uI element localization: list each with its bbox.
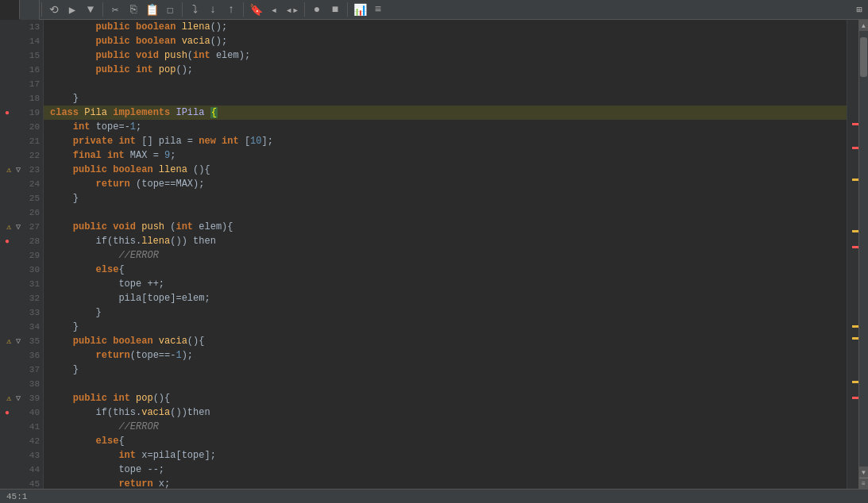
code-line: public boolean llena (){: [44, 163, 847, 177]
gutter-row: 18: [0, 91, 43, 106]
toolbar-btn-toggle[interactable]: ◂▸: [284, 1, 301, 18]
tab-source[interactable]: [0, 0, 20, 20]
toolbar-separator-1: [41, 2, 42, 17]
gutter-row: ●40: [0, 405, 43, 420]
code-line: return x;: [44, 477, 847, 489]
gutter-row: 24: [0, 177, 43, 191]
line-number: 36: [24, 351, 40, 360]
gutter-row: 29: [0, 248, 43, 263]
gutter-row: 38: [0, 377, 43, 391]
toolbar-btn-step-in[interactable]: ↓: [204, 1, 222, 18]
line-number: 40: [24, 408, 40, 417]
toolbar-btn-paste[interactable]: 📋: [143, 1, 160, 18]
warning-overview-marker: [852, 230, 858, 232]
warning-icon: ⚠: [3, 393, 14, 404]
warning-icon: ⚠: [3, 336, 14, 347]
warning-overview-marker: [852, 337, 858, 340]
toolbar-btn-dropdown[interactable]: ▼: [82, 1, 99, 18]
gutter-row: 17: [0, 77, 43, 91]
line-number: 14: [24, 36, 40, 46]
code-line: public void push(int elem);: [44, 48, 847, 63]
code-line: public boolean vacia(){: [44, 334, 847, 348]
toolbar-separator-6: [347, 2, 348, 17]
scroll-up-btn[interactable]: ▲: [859, 20, 868, 31]
code-lines: public boolean llena(); public boolean v…: [44, 20, 847, 489]
line-number-gutter: 131415161718●19202122⚠▽23242526⚠▽27●2829…: [0, 20, 44, 489]
toolbar: ⟲ ▶ ▼ ✂ ⎘ 📋 ☐ ⤵ ↓ ↑ 🔖 ◂ ◂▸ ● ■ 📊: [0, 0, 868, 20]
fold-indicator[interactable]: ▽: [16, 394, 21, 403]
fold-indicator[interactable]: ▽: [16, 222, 21, 232]
gutter-row: 37: [0, 363, 43, 377]
code-line: final int MAX = 9;: [44, 148, 847, 163]
line-number: 45: [24, 479, 40, 489]
toolbar-btn-record[interactable]: ●: [308, 1, 326, 18]
toolbar-group-view: 📊 ≡: [349, 1, 388, 18]
toolbar-btn-cut[interactable]: ✂: [106, 1, 124, 18]
toolbar-separator-4: [243, 2, 244, 17]
scrollbar-vertical[interactable]: ▲ ▼ ≡: [858, 20, 868, 489]
gutter-row: 41: [0, 420, 43, 434]
toolbar-btn-copy[interactable]: ⎘: [125, 1, 142, 18]
gutter-row: ⚠▽27: [0, 220, 43, 234]
code-editor[interactable]: public boolean llena(); public boolean v…: [44, 20, 847, 489]
scroll-bottom-extra[interactable]: ≡: [859, 478, 868, 489]
gutter-row: 34: [0, 320, 43, 334]
gutter-row: 21: [0, 134, 43, 148]
scroll-track[interactable]: [859, 31, 868, 467]
fold-indicator[interactable]: ▽: [16, 165, 21, 175]
gutter-row: 45: [0, 477, 43, 489]
gutter-row: 14: [0, 34, 43, 48]
code-line: [44, 205, 847, 220]
gutter-row: 16: [0, 63, 43, 77]
code-line: return(tope==-1);: [44, 348, 847, 363]
line-number: 37: [24, 365, 40, 374]
toolbar-btn-table[interactable]: ≡: [369, 1, 387, 18]
toolbar-btn-step-over[interactable]: ⤵: [186, 1, 203, 18]
scroll-thumb[interactable]: [860, 37, 867, 77]
line-number: 18: [24, 94, 40, 103]
code-line: public boolean vacia();: [44, 34, 847, 48]
line-number: 43: [24, 451, 40, 460]
code-line: public void push (int elem){: [44, 220, 847, 234]
warning-overview-marker: [852, 179, 858, 181]
fold-indicator[interactable]: ▽: [16, 336, 21, 346]
code-line: public boolean llena();: [44, 20, 847, 34]
line-number: 15: [24, 51, 40, 60]
line-number: 27: [24, 222, 40, 232]
app: ⟲ ▶ ▼ ✂ ⎘ 📋 ☐ ⤵ ↓ ↑ 🔖 ◂ ◂▸ ● ■ 📊: [0, 0, 868, 503]
toolbar-btn-back[interactable]: ⟲: [45, 1, 63, 18]
toolbar-btn-stop[interactable]: ■: [326, 1, 344, 18]
code-line: return (tope==MAX);: [44, 177, 847, 191]
line-number: 13: [24, 22, 40, 32]
gutter-row: 31: [0, 277, 43, 291]
warning-icon: ⚠: [3, 164, 14, 175]
code-line: private int [] pila = new int [10];: [44, 134, 847, 148]
toolbar-btn-select[interactable]: ☐: [161, 1, 179, 18]
toolbar-btn-step-out[interactable]: ↑: [222, 1, 240, 18]
warning-icon: ⚠: [3, 221, 14, 232]
line-number: 44: [24, 465, 40, 474]
toolbar-separator-5: [304, 2, 305, 17]
line-number: 38: [24, 379, 40, 389]
toolbar-btn-bookmark[interactable]: 🔖: [247, 1, 264, 18]
line-number: 21: [24, 136, 40, 146]
line-number: 22: [24, 151, 40, 160]
status-bar: 45:1: [0, 489, 868, 503]
toolbar-btn-forward-arrow[interactable]: ▶: [64, 1, 81, 18]
toolbar-group-run: 🔖 ◂ ◂▸: [245, 1, 303, 18]
toolbar-btn-bookmark-prev[interactable]: ◂: [265, 1, 283, 18]
code-line: public int pop();: [44, 63, 847, 77]
tab-history[interactable]: [20, 0, 40, 20]
gutter-row: 22: [0, 148, 43, 163]
error-icon: ●: [2, 236, 13, 247]
toolbar-btn-chart[interactable]: 📊: [351, 1, 368, 18]
gutter-row: 26: [0, 205, 43, 220]
line-number: 24: [24, 179, 40, 189]
gutter-row: 13: [0, 20, 43, 34]
toolbar-group-edit: ✂ ⎘ 📋 ☐: [105, 1, 180, 18]
scroll-down-btn[interactable]: ▼: [859, 467, 868, 478]
main-area: 131415161718●19202122⚠▽23242526⚠▽27●2829…: [0, 20, 868, 489]
toolbar-btn-maximize[interactable]: ⊞: [851, 1, 868, 18]
status-text: 45:1: [6, 492, 27, 501]
line-number: 16: [24, 65, 40, 75]
